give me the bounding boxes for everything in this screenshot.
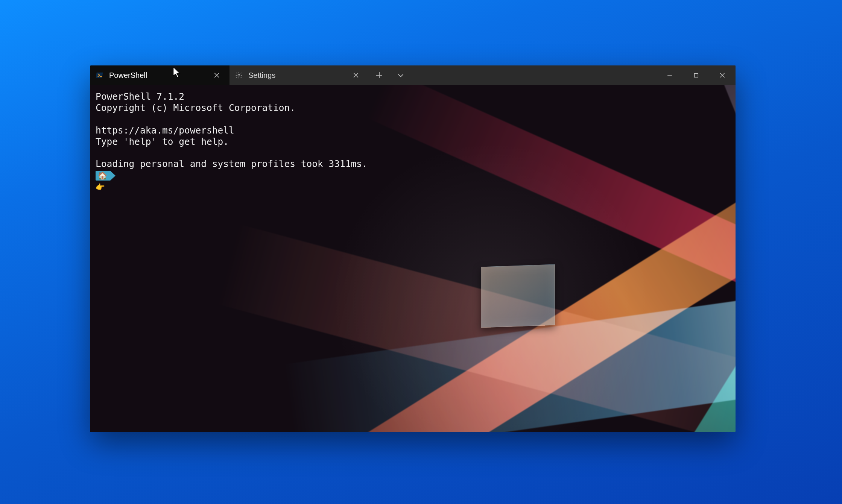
new-tab-button[interactable]: [370, 65, 388, 85]
minimize-button[interactable]: [657, 65, 683, 85]
separator: [390, 71, 390, 80]
minimize-icon: [667, 73, 672, 78]
close-icon: [720, 73, 725, 78]
powershell-icon: [96, 71, 104, 79]
terminal-line: PowerShell 7.1.2: [96, 91, 184, 102]
prompt-segment-home: 🏠: [96, 171, 110, 181]
window-controls: [657, 65, 736, 85]
close-icon: [353, 73, 359, 78]
settings-icon: [235, 71, 243, 79]
terminal-line: Type 'help' to get help.: [96, 136, 229, 147]
tab-close-button[interactable]: [210, 68, 223, 82]
window-close-button[interactable]: [709, 65, 736, 85]
tab-close-button[interactable]: [349, 68, 363, 82]
plus-icon: [376, 72, 382, 78]
profile-dropdown-button[interactable]: [392, 65, 410, 85]
tab-powershell[interactable]: PowerShell: [90, 65, 229, 85]
terminal-line: https://aka.ms/powershell: [96, 125, 234, 136]
maximize-icon: [694, 73, 699, 78]
terminal-window: PowerShell Settings: [90, 65, 736, 432]
svg-rect-1: [694, 73, 698, 77]
maximize-button[interactable]: [683, 65, 709, 85]
terminal-pane[interactable]: PowerShell 7.1.2 Copyright (c) Microsoft…: [90, 85, 736, 432]
tab-bar: PowerShell Settings: [90, 65, 736, 85]
tab-label: Settings: [248, 71, 275, 80]
chevron-down-icon: [398, 72, 404, 78]
svg-point-0: [238, 74, 240, 76]
terminal-line: Copyright (c) Microsoft Corporation.: [96, 102, 295, 113]
terminal-line: Loading personal and system profiles too…: [96, 158, 368, 169]
terminal-output: PowerShell 7.1.2 Copyright (c) Microsoft…: [90, 85, 736, 198]
mouse-cursor-icon: [173, 67, 181, 77]
pointing-hand-icon: 👉: [96, 182, 105, 191]
close-icon: [214, 73, 219, 78]
tab-label: PowerShell: [109, 71, 147, 80]
tab-actions: [369, 65, 410, 85]
home-icon: 🏠: [98, 171, 107, 180]
tab-settings[interactable]: Settings: [229, 65, 369, 85]
